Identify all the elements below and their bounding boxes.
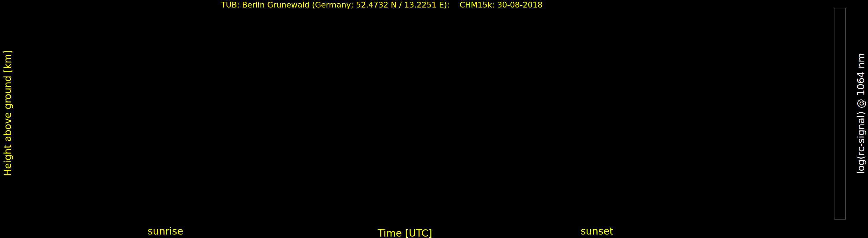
y-axis-label: Height above ground [km] bbox=[3, 50, 12, 176]
colorbar bbox=[834, 8, 846, 219]
colorbar-label: log(rc-signal) @ 1064 nm bbox=[856, 53, 866, 174]
sunrise-label: sunrise bbox=[148, 226, 183, 236]
ceilometer-heatmap-canvas bbox=[23, 6, 787, 220]
x-axis-label: Time [UTC] bbox=[378, 228, 432, 238]
plot-area bbox=[23, 6, 787, 220]
sunset-label: sunset bbox=[581, 226, 614, 236]
